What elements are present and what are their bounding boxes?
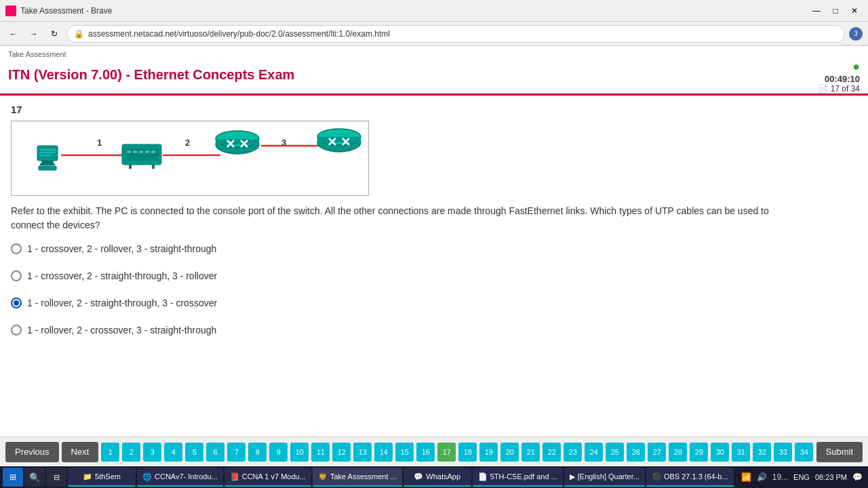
radio-option-4[interactable] [11,325,22,336]
svg-rect-16 [129,165,132,169]
q-btn-18[interactable]: 18 [458,443,477,462]
q-btn-28[interactable]: 28 [669,443,687,462]
window-controls[interactable]: — □ ✕ [808,3,863,19]
breadcrumb: Take Assessment [8,50,860,58]
task-view-button[interactable]: ⊟ [46,468,66,487]
refresh-button[interactable]: ↻ [46,26,62,42]
q-btn-4[interactable]: 4 [164,443,182,462]
submit-button[interactable]: Submit [816,442,863,462]
q-btn-29[interactable]: 29 [690,443,708,462]
answer-options: 1 - crossover, 2 - rollover, 3 - straigh… [11,243,857,336]
q-btn-31[interactable]: 31 [732,443,750,462]
taskbar-ccnav7-intro[interactable]: 🌐 CCNAv7- Introdu... [137,468,223,487]
q-btn-1[interactable]: 1 [101,443,119,462]
forward-button[interactable]: → [26,26,42,42]
q-btn-32[interactable]: 32 [753,443,771,462]
taskbar-whatsapp[interactable]: 💬 WhatsApp [403,468,471,487]
q-btn-21[interactable]: 21 [521,443,540,462]
option-3-label: 1 - rollover, 2 - straight-through, 3 - … [27,298,217,308]
q-btn-17[interactable]: 17 [437,443,456,462]
q-btn-12[interactable]: 12 [332,443,351,462]
q-btn-3[interactable]: 3 [143,443,161,462]
svg-rect-2 [40,163,55,165]
option-2-container[interactable]: 1 - crossover, 2 - straight-through, 3 -… [11,270,857,281]
radio-option-2[interactable] [11,270,22,281]
q-btn-9[interactable]: 9 [269,443,288,462]
back-button[interactable]: ← [5,26,22,42]
q-btn-27[interactable]: 27 [648,443,666,462]
exhibit-container: 1 2 [11,121,369,196]
q-btn-11[interactable]: 11 [311,443,330,462]
page-header: Take Assessment ITN (Version 7.00) - Eth… [0,46,868,96]
svg-rect-10 [125,148,159,161]
address-bar[interactable]: 🔒 assessment.netacad.net/virtuoso/delive… [66,25,845,43]
option-3-container[interactable]: 1 - rollover, 2 - straight-through, 3 - … [11,298,857,308]
obs-icon: ⚫ [652,472,661,481]
taskbar-pdf[interactable]: 📄 5TH-CSE.pdf and ... [473,468,563,487]
svg-rect-12 [133,150,137,153]
q-btn-22[interactable]: 22 [542,443,561,462]
q-btn-19[interactable]: 19 [479,443,498,462]
app-label: [English] Quarter... [578,472,639,481]
radio-option-1[interactable] [11,243,22,254]
app-label: 5TH-CSE.pdf and ... [490,472,557,481]
network-icon: 📶 [741,472,751,482]
q-btn-8[interactable]: 8 [248,443,267,462]
web-icon: 🌐 [142,472,152,481]
q-btn-34[interactable]: 34 [795,443,813,462]
option-4-label: 1 - rollover, 2 - crossover, 3 - straigh… [27,325,216,336]
brave-shields-badge[interactable]: 3 [849,27,863,41]
folder-icon: 📁 [83,472,92,481]
content-area: 17 1 [0,96,868,451]
q-btn-33[interactable]: 33 [774,443,792,462]
next-button[interactable]: Next [62,442,99,462]
radio-option-3[interactable] [11,298,22,308]
maximize-button[interactable]: □ [827,3,844,19]
svg-rect-15 [151,150,155,153]
q-btn-13[interactable]: 13 [353,443,372,462]
svg-rect-22 [216,139,259,144]
battery-text: 19... [772,472,788,482]
taskbar-search[interactable]: 🔍 [24,468,45,487]
q-btn-30[interactable]: 30 [711,443,729,462]
taskbar-5thsem[interactable]: 📁 5thSem [68,468,136,487]
pdf-icon: 📄 [478,472,488,481]
q-btn-15[interactable]: 15 [395,443,414,462]
q-btn-26[interactable]: 26 [627,443,645,462]
close-button[interactable]: ✕ [846,3,863,19]
q-btn-25[interactable]: 25 [606,443,624,462]
minimize-button[interactable]: — [808,3,825,19]
chat-icon: 💬 [414,472,423,481]
q-btn-2[interactable]: 2 [122,443,140,462]
q-btn-7[interactable]: 7 [227,443,245,462]
network-diagram: 1 2 [17,127,363,188]
q-btn-16[interactable]: 16 [416,443,435,462]
q-btn-5[interactable]: 5 [185,443,203,462]
notification-icon[interactable]: 💬 [852,472,863,482]
previous-button[interactable]: Previous [5,442,59,462]
q-btn-20[interactable]: 20 [500,443,519,462]
language-indicator: ENG [793,473,810,481]
taskbar-obs[interactable]: ⚫ OBS 27.1.3 (64-b... [646,468,734,487]
browser-titlebar: Take Assessment - Brave — □ ✕ [0,0,868,22]
svg-text:2: 2 [185,138,190,148]
q-btn-24[interactable]: 24 [585,443,603,462]
svg-rect-1 [41,161,54,163]
app-label: 5thSem [95,472,121,481]
q-btn-10[interactable]: 10 [290,443,309,462]
option-1-container[interactable]: 1 - crossover, 2 - rollover, 3 - straigh… [11,243,857,254]
app-label: Take Assessment ... [330,472,397,481]
taskbar-video[interactable]: ▶ [English] Quarter... [564,468,645,487]
q-btn-23[interactable]: 23 [564,443,582,462]
taskbar-right: 📶 🔊 19... ENG 08:23 PM 💬 [741,472,865,482]
option-4-container[interactable]: 1 - rollover, 2 - crossover, 3 - straigh… [11,325,857,336]
q-btn-6[interactable]: 6 [206,443,224,462]
taskbar-brave[interactable]: 🦁 Take Assessment ... [313,468,402,487]
brave-icon [5,5,16,16]
start-button[interactable]: ⊞ [3,468,23,487]
q-btn-14[interactable]: 14 [374,443,393,462]
svg-rect-14 [145,150,149,153]
windows-taskbar: ⊞ 🔍 ⊟ 📁 5thSem 🌐 CCNAv7- Introdu... 📕 CC… [0,466,868,488]
volume-icon: 🔊 [757,472,767,482]
taskbar-ccna1[interactable]: 📕 CCNA 1 v7 Modu... [224,468,311,487]
